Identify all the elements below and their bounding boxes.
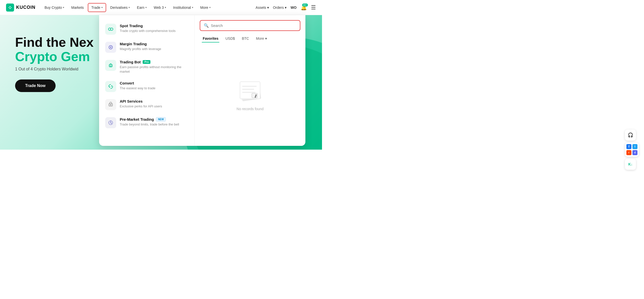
nav-item-derivatives[interactable]: Derivatives ▾	[107, 4, 133, 12]
more-label: More	[200, 6, 208, 10]
empty-state: No records found	[200, 46, 300, 141]
chevron-down-icon: ▾	[267, 6, 269, 10]
chevron-down-icon: ▾	[285, 6, 287, 10]
derivatives-label: Derivatives	[110, 6, 128, 10]
chevron-down-icon: ▾	[209, 6, 211, 9]
navbar: KUCOIN Buy Crypto ▾ Markets Trade ▾ Deri…	[0, 0, 322, 15]
nav-item-buy-crypto[interactable]: Buy Crypto ▾	[42, 4, 67, 12]
convert-desc: The easiest way to trade	[120, 86, 188, 91]
logo[interactable]: KUCOIN	[6, 4, 35, 12]
nav-item-web3[interactable]: Web 3 ▾	[151, 4, 169, 12]
chevron-down-icon: ▾	[165, 6, 166, 9]
nav-item-trade[interactable]: Trade ▾	[88, 3, 106, 12]
new-badge: NEW	[156, 117, 166, 121]
web3-label: Web 3	[154, 6, 164, 10]
hero-subtitle: 1 Out of 4 Crypto Holders Worldwid	[15, 67, 94, 71]
api-text: API Services Exclusive perks for API use…	[120, 99, 188, 109]
empty-illustration	[234, 76, 266, 104]
margin-trading-text: Margin Trading Magnify profits with leve…	[120, 42, 188, 51]
empty-text: No records found	[236, 107, 263, 111]
chevron-down-icon: ▾	[63, 6, 64, 9]
chevron-down-icon: ▾	[145, 6, 147, 9]
trading-bot-name: Trading Bot Pro	[120, 60, 188, 64]
search-container: 🔍	[200, 20, 300, 31]
margin-trading-name: Margin Trading	[120, 42, 188, 46]
markets-label: Markets	[71, 6, 84, 10]
margin-trading-desc: Magnify profits with leverage	[120, 47, 188, 51]
convert-text: Convert The easiest way to trade	[120, 81, 188, 91]
earn-label: Earn	[137, 6, 144, 10]
tab-favorites[interactable]: Favorites	[200, 35, 221, 42]
nav-item-earn[interactable]: Earn ▾	[134, 4, 150, 12]
navbar-right: Assets ▾ Orders ▾ WO 🔔 99+ ☰	[256, 4, 316, 11]
tab-usd[interactable]: USD$	[222, 35, 238, 42]
market-tabs: Favorites USD$ BTC More ▾	[200, 35, 300, 42]
svg-point-14	[111, 65, 112, 66]
chevron-down-icon: ▾	[101, 6, 103, 9]
trading-bot-desc: Earn passive profits without monitoring …	[120, 65, 188, 74]
trade-now-button[interactable]: Trade Now	[15, 79, 56, 92]
trade-options-list: Spot Trading Trade crypto with comprehen…	[99, 15, 195, 146]
chevron-down-icon: ▾	[192, 6, 193, 9]
trade-item-api[interactable]: API Services Exclusive perks for API use…	[99, 96, 194, 114]
trading-bot-text: Trading Bot Pro Earn passive profits wit…	[120, 60, 188, 74]
api-name: API Services	[120, 99, 188, 103]
hamburger-menu-icon[interactable]: ☰	[311, 4, 316, 11]
trade-label: Trade	[91, 6, 100, 10]
buy-crypto-label: Buy Crypto	[45, 6, 62, 10]
logo-text: KUCOIN	[16, 5, 35, 10]
convert-icon	[105, 81, 116, 92]
tab-btc[interactable]: BTC	[239, 35, 252, 42]
nav-item-markets[interactable]: Markets	[68, 4, 87, 12]
search-icon: 🔍	[204, 23, 209, 28]
pro-badge: Pro	[143, 60, 150, 64]
premarket-icon	[105, 117, 116, 128]
premarket-desc: Trade beyond limits, trade before the be…	[120, 122, 188, 127]
trade-item-premarket[interactable]: Pre-Market Trading NEW Trade beyond limi…	[99, 114, 194, 132]
svg-point-16	[110, 104, 111, 105]
api-desc: Exclusive perks for API users	[120, 104, 188, 109]
logo-icon	[6, 4, 14, 12]
premarket-text: Pre-Market Trading NEW Trade beyond limi…	[120, 117, 188, 127]
tab-more[interactable]: More ▾	[253, 35, 270, 42]
trade-dropdown: Spot Trading Trade crypto with comprehen…	[99, 15, 305, 146]
trade-item-spot[interactable]: Spot Trading Trade crypto with comprehen…	[99, 20, 194, 38]
trading-bot-icon	[105, 60, 116, 71]
svg-point-0	[9, 7, 11, 8]
chevron-down-icon: ▾	[129, 6, 130, 9]
institutional-label: Institutional	[173, 6, 191, 10]
notification-badge: 99+	[302, 4, 308, 7]
assets-button[interactable]: Assets ▾	[256, 6, 269, 10]
trade-item-convert[interactable]: Convert The easiest way to trade	[99, 77, 194, 96]
trade-search-panel: 🔍 Favorites USD$ BTC More ▾	[195, 15, 305, 146]
search-input[interactable]	[211, 23, 296, 28]
trade-item-bot[interactable]: Trading Bot Pro Earn passive profits wit…	[99, 56, 194, 77]
premarket-name: Pre-Market Trading NEW	[120, 117, 188, 121]
nav-item-more[interactable]: More ▾	[197, 4, 214, 12]
margin-trading-icon	[105, 42, 116, 53]
nav-item-institutional[interactable]: Institutional ▾	[170, 4, 196, 12]
convert-name: Convert	[120, 81, 188, 85]
navbar-left: KUCOIN Buy Crypto ▾ Markets Trade ▾ Deri…	[6, 3, 214, 12]
spot-trading-text: Spot Trading Trade crypto with comprehen…	[120, 24, 188, 33]
chevron-down-icon: ▾	[265, 36, 267, 40]
notification-bell[interactable]: 🔔 99+	[301, 5, 307, 11]
trade-item-margin[interactable]: Margin Trading Magnify profits with leve…	[99, 38, 194, 56]
svg-rect-12	[110, 63, 111, 64]
svg-point-13	[110, 65, 111, 66]
hero-content: Find the Nex Crypto Gem 1 Out of 4 Crypt…	[15, 35, 94, 92]
hero-title-line2: Crypto Gem	[15, 50, 94, 64]
api-icon	[105, 99, 116, 110]
spot-trading-icon	[105, 24, 116, 35]
orders-button[interactable]: Orders ▾	[273, 6, 287, 10]
spot-trading-name: Spot Trading	[120, 24, 188, 28]
username-display: WO	[291, 6, 297, 10]
spot-trading-desc: Trade crypto with comprehensive tools	[120, 29, 188, 33]
hero-title-line1: Find the Nex	[15, 35, 94, 50]
